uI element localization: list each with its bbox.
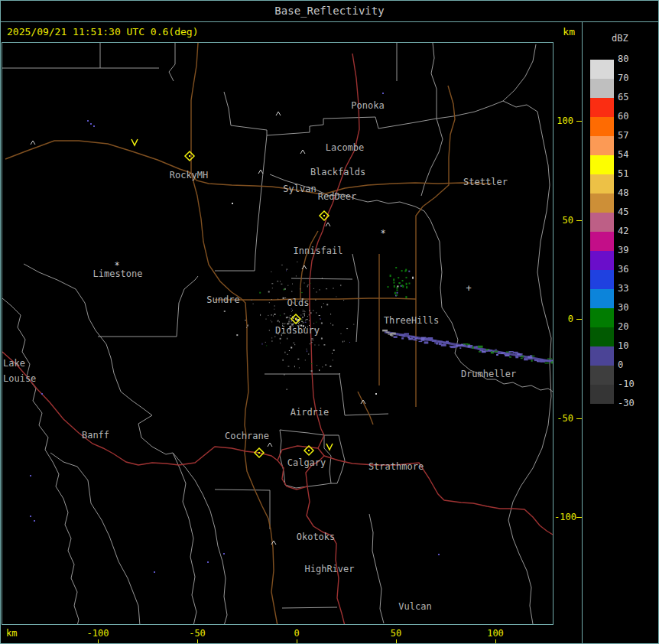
city-label-banff: Banff — [82, 430, 109, 441]
colorbar-label: 80 — [618, 54, 648, 65]
boundary-line — [215, 490, 270, 529]
blue-speck-echo — [30, 475, 31, 476]
clutter-echo — [302, 320, 303, 320]
colorbar-label: 39 — [618, 245, 648, 256]
echo-streak-segment — [479, 351, 481, 353]
clutter-echo — [300, 288, 300, 289]
clutter-echo — [307, 319, 308, 320]
clutter-echo — [290, 318, 291, 319]
echo-streak-segment — [528, 358, 533, 359]
precip-echo-green — [397, 289, 398, 291]
clutter-echo — [308, 354, 309, 355]
colorbar-label: 0 — [618, 359, 648, 371]
clutter-echo — [284, 324, 284, 324]
clutter-echo — [248, 324, 248, 325]
city-label-drumheller: Drumheller — [461, 369, 516, 379]
radar-map: PonokaLacombeBlackfaldsSylvanRedDeerStet… — [2, 43, 553, 624]
clutter-echo — [309, 320, 310, 321]
town-caret-marker — [268, 443, 272, 447]
clutter-echo — [305, 359, 306, 360]
bottom-axis-unit-label: km — [6, 628, 17, 639]
right-axis-tick-label: 0 — [554, 314, 573, 324]
clutter-echo — [297, 359, 299, 359]
clutter-echo — [246, 327, 247, 328]
clutter-echo — [296, 320, 297, 320]
echo-streak-segment — [504, 353, 508, 354]
city-label-lake: Lake — [3, 358, 25, 369]
echo-streak-segment — [450, 346, 454, 348]
town-caret-marker — [300, 150, 305, 154]
clutter-echo — [274, 309, 274, 310]
city-label-louise: Louise — [3, 373, 36, 384]
echo-streak-segment — [459, 347, 461, 348]
timestamp-label: 2025/09/21 11:51:30 UTC 0.6(deg) — [7, 22, 198, 42]
clutter-echo — [294, 324, 294, 324]
city-label-threehills: ThreeHills — [384, 315, 439, 326]
clutter-echo — [311, 342, 313, 343]
clutter-echo — [326, 288, 327, 289]
clutter-echo — [282, 323, 283, 324]
clutter-echo — [285, 288, 286, 290]
echo-streak-segment — [392, 333, 396, 335]
echo-streak-segment — [551, 361, 553, 363]
clutter-echo — [312, 340, 313, 340]
boundary-line — [2, 298, 79, 624]
colorbar-label: 36 — [618, 264, 648, 275]
colorbar-block — [590, 327, 614, 346]
clutter-echo — [266, 345, 267, 346]
clutter-echo — [303, 311, 304, 312]
clutter-echo — [291, 320, 291, 321]
highway-red — [307, 486, 345, 624]
echo-streak-segment — [394, 336, 398, 338]
colorbar-block — [590, 308, 614, 327]
right-axis-tick-mark — [576, 220, 582, 221]
colorbar-label: 57 — [618, 130, 648, 141]
clutter-echo — [304, 315, 305, 317]
colorbar-block — [590, 289, 614, 308]
clutter-echo — [333, 350, 335, 351]
clutter-echo — [305, 322, 307, 323]
clutter-echo — [271, 272, 271, 272]
city-label-ponoka: Ponoka — [351, 100, 384, 111]
city-label-stettler: Stettler — [463, 177, 508, 187]
clutter-echo — [291, 311, 292, 312]
town-caret-marker — [276, 112, 281, 115]
clutter-echo — [280, 343, 281, 343]
right-axis-tick-label: -100 — [554, 512, 573, 522]
highway-brown — [416, 86, 455, 407]
clutter-echo — [268, 291, 270, 293]
clutter-echo — [343, 300, 344, 301]
precip-echo-green — [409, 283, 411, 285]
city-label-lacombe: Lacombe — [326, 142, 365, 153]
boundary-line — [437, 44, 536, 119]
clutter-echo — [321, 323, 323, 324]
clutter-echo — [271, 314, 272, 315]
city-label-sundre: Sundre — [206, 294, 239, 305]
blue-speck-echo — [90, 123, 92, 125]
echo-streak-segment — [419, 341, 423, 342]
clutter-echo — [307, 285, 308, 287]
colorbar-block — [590, 98, 614, 117]
boundary-line — [50, 453, 140, 624]
bottom-axis-tick-label: -50 — [189, 628, 206, 639]
highway-brown — [191, 173, 278, 624]
radar-plot-area[interactable]: PonokaLacombeBlackfaldsSylvanRedDeerStet… — [2, 42, 553, 625]
precip-echo-green — [396, 294, 398, 296]
clutter-echo — [340, 285, 341, 286]
echo-streak-segment — [531, 360, 533, 362]
clutter-echo — [309, 314, 310, 315]
clutter-echo — [311, 370, 313, 372]
clutter-echo — [310, 340, 311, 341]
boundary-line — [24, 264, 227, 624]
boundary-line — [270, 174, 553, 392]
radar-site-diamond-center — [295, 318, 297, 320]
city-label-airdrie: Airdrie — [291, 407, 330, 418]
echo-streak-segment — [429, 339, 433, 341]
clutter-echo — [299, 367, 300, 368]
highway-brown — [358, 254, 379, 424]
echo-streak-segment — [407, 337, 410, 338]
clutter-echo — [319, 345, 320, 346]
clutter-echo — [287, 317, 288, 318]
bottom-axis-tick-mark — [98, 639, 99, 644]
clutter-echo — [286, 317, 287, 318]
